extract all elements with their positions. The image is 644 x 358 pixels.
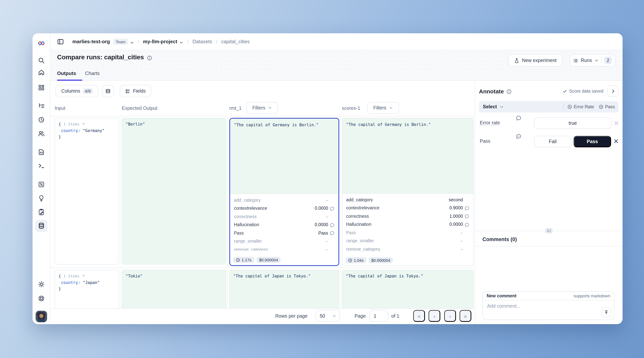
next-page-button[interactable]: › — [444, 310, 456, 322]
annotations-clipboard-icon[interactable] — [38, 209, 44, 215]
title-info-icon[interactable] — [147, 55, 152, 60]
search-icon[interactable] — [38, 57, 44, 64]
rows-per-page-label: Rows per page — [275, 314, 308, 319]
panel-resize-handle[interactable] — [545, 228, 552, 233]
json-collapse-chevron-icon[interactable] — [82, 121, 86, 124]
row-height-button[interactable] — [102, 85, 114, 97]
expected-output-cell-row1[interactable]: "Berlin" — [122, 118, 226, 264]
last-page-button[interactable]: » — [460, 310, 471, 322]
filters-label: Filters — [373, 105, 386, 111]
input-cell-row1[interactable]: { 1 Items country: "Germany" } — [55, 118, 119, 264]
datasets-database-icon[interactable] — [38, 222, 44, 229]
evals-percent-icon[interactable] — [38, 181, 44, 188]
input-cell-row2[interactable]: { 1 Items country: "Japan" } — [55, 270, 119, 309]
run2-output-cell-row2[interactable]: "The capital of Japan is Tokyo." — [342, 270, 474, 309]
score-comment-bubble-icon[interactable] — [464, 214, 470, 219]
score-row: add_category – — [234, 196, 335, 204]
page-number-field[interactable] — [370, 313, 388, 319]
select-chevron-down-icon[interactable] — [500, 105, 504, 109]
rows-per-page-select[interactable]: 50 — [316, 310, 340, 322]
run2-filters-button[interactable]: Filters — [367, 102, 399, 114]
select-chevron-down-icon — [332, 314, 336, 318]
latency-chip: 1.04s — [345, 257, 366, 263]
pass-option-pass-button[interactable]: Pass — [574, 136, 611, 147]
columns-button[interactable]: Columns 4/6 — [56, 85, 98, 97]
app-logo[interactable] — [38, 40, 44, 47]
json-items-count[interactable]: 1 Items — [63, 122, 80, 126]
settings-gear-icon[interactable] — [38, 281, 44, 288]
clear-error-rate-icon[interactable] — [614, 121, 619, 126]
score-comment-bubble-icon[interactable] — [330, 222, 335, 227]
breadcrumb-datasets-link[interactable]: Datasets — [192, 39, 212, 44]
new-experiment-button[interactable]: New experiment — [508, 54, 562, 67]
arrow-up-to-line-icon — [604, 310, 609, 315]
submit-comment-button[interactable] — [602, 308, 611, 317]
collapse-panel-button[interactable] — [607, 85, 619, 97]
expected-output-cell-row2[interactable]: "Tokio" — [122, 270, 226, 309]
score-row: remove_category – — [234, 245, 335, 251]
sidebar-toggle-icon[interactable] — [57, 38, 64, 45]
users-icon[interactable] — [38, 130, 44, 137]
spec-chip-pass[interactable]: Pass — [599, 104, 615, 109]
column-header-input: Input — [55, 106, 66, 111]
tab-outputs[interactable]: Outputs — [57, 70, 76, 76]
spec-bar-divider — [564, 104, 564, 110]
first-page-button[interactable]: « — [413, 310, 425, 322]
prev-page-button[interactable]: ‹ — [428, 310, 440, 322]
comment-textarea[interactable] — [484, 302, 595, 318]
page-number-input[interactable] — [370, 310, 388, 322]
terminal-icon[interactable] — [38, 162, 44, 169]
score-value: – — [460, 247, 463, 251]
fields-button[interactable]: Fields — [120, 85, 151, 97]
run1-output-cell-row2[interactable]: "The capital of Japan is Tokyo." — [229, 270, 339, 309]
boards-icon[interactable] — [38, 84, 44, 91]
user-avatar[interactable] — [36, 311, 47, 322]
score-row: Pass Pass — [234, 229, 335, 237]
json-brace: } — [58, 134, 61, 139]
annotate-info-icon[interactable] — [506, 89, 512, 94]
score-value: 1.0000 — [450, 214, 463, 219]
score-comment-bubble-icon[interactable] — [330, 231, 335, 236]
error-rate-comment-bubble-icon[interactable] — [516, 115, 522, 121]
spec-select-dropdown[interactable]: Select — [483, 104, 497, 109]
score-comment-bubble-icon[interactable] — [330, 206, 335, 211]
home-icon[interactable] — [38, 69, 44, 76]
annotate-title: Annotate — [479, 88, 504, 94]
help-lifebuoy-icon[interactable] — [38, 295, 44, 302]
breadcrumb-org[interactable]: marlies-test-org — [72, 39, 110, 44]
clock-icon — [236, 258, 240, 262]
error-rate-field-label: Error rate — [480, 120, 500, 125]
json-collapse-chevron-icon[interactable] — [82, 273, 86, 276]
run1-output-cell-row1[interactable]: "The capital of Germany is Berlin." add_… — [229, 118, 339, 266]
clear-pass-icon[interactable] — [613, 139, 619, 144]
runs-selector-button[interactable]: Runs 2 — [570, 54, 615, 67]
score-comment-bubble-icon[interactable] — [464, 206, 470, 210]
filters-chevron-down-icon — [268, 106, 272, 110]
org-chevron-down-icon[interactable] — [130, 39, 134, 44]
run1-filters-button[interactable]: Filters — [246, 102, 278, 114]
file-code-icon[interactable] — [38, 148, 44, 155]
score-name: range_smaller — [234, 239, 324, 244]
run2-output-cell-row1[interactable]: "The capital of Germany is Berlin." add_… — [342, 118, 474, 266]
pass-comment-bubble-icon[interactable] — [516, 134, 522, 139]
history-clock-icon[interactable] — [38, 116, 44, 123]
score-row: correctness 1.0000 — [346, 212, 470, 220]
annotate-panel-divider[interactable] — [475, 81, 475, 324]
score-row: contextrelevance 0.9000 — [346, 204, 470, 212]
score-name: correctness — [346, 214, 448, 219]
score-comment-bubble-icon[interactable] — [464, 222, 470, 227]
tab-charts[interactable]: Charts — [85, 70, 100, 76]
json-items-count[interactable]: 1 Items — [63, 274, 80, 278]
prompts-lightbulb-icon[interactable] — [38, 195, 44, 202]
json-value: "Germany" — [83, 128, 104, 133]
project-chevron-down-icon[interactable] — [179, 39, 184, 44]
traces-tree-icon[interactable] — [38, 103, 44, 109]
error-rate-value-input[interactable] — [534, 117, 612, 129]
run1-output-text: "The capital of Germany is Berlin." — [230, 119, 338, 194]
breadcrumb-project[interactable]: my-llm-project — [143, 39, 177, 44]
run1-score-list: add_category – contextrelevance 0.0000 — [230, 196, 338, 251]
markdown-hint: supports markdown — [574, 294, 610, 298]
latency-chip: 1.17s — [233, 257, 254, 263]
pass-option-fail-button[interactable]: Fail — [534, 136, 571, 147]
spec-chip-error-rate[interactable]: Error Rate — [568, 104, 594, 109]
